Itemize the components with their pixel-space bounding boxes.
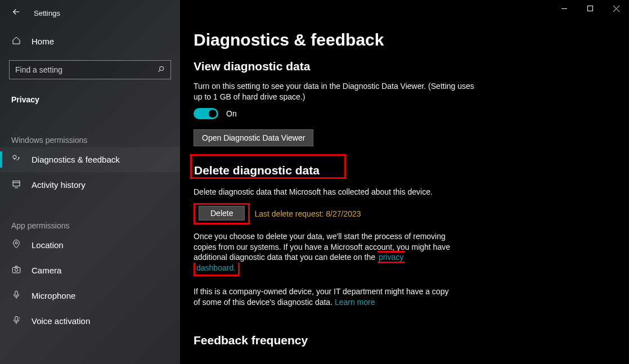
delete-data-description: Delete diagnostic data that Microsoft ha… bbox=[194, 187, 475, 197]
svg-rect-8 bbox=[15, 316, 18, 321]
microphone-icon bbox=[11, 290, 21, 302]
sidebar-item-label: Camera bbox=[32, 266, 61, 275]
camera-icon bbox=[11, 264, 21, 276]
sidebar-item-voice-activation[interactable]: Voice activation bbox=[0, 308, 180, 334]
learn-more-link[interactable]: Learn more bbox=[335, 298, 375, 307]
svg-rect-7 bbox=[15, 291, 18, 295]
maximize-button[interactable] bbox=[577, 0, 603, 17]
minimize-button[interactable] bbox=[551, 0, 577, 17]
sidebar-item-location[interactable]: Location bbox=[0, 232, 180, 258]
view-data-heading: View diagnostic data bbox=[194, 60, 606, 73]
home-icon bbox=[11, 36, 21, 47]
search-input[interactable] bbox=[15, 65, 157, 74]
view-data-toggle-row: On bbox=[194, 108, 606, 119]
page-title: Diagnostics & feedback bbox=[194, 30, 606, 50]
svg-point-0 bbox=[160, 66, 164, 70]
search-icon bbox=[157, 65, 165, 75]
company-device-note: If this is a company-owned device, your … bbox=[194, 286, 452, 308]
sidebar-item-label: Activity history bbox=[32, 180, 86, 190]
view-data-toggle[interactable] bbox=[194, 108, 218, 119]
sidebar-item-label: Diagnostics & feedback bbox=[32, 155, 120, 164]
sidebar-item-diagnostics[interactable]: Diagnostics & feedback bbox=[0, 147, 180, 172]
delete-explainer-text: Once you choose to delete your data, we'… bbox=[194, 232, 450, 262]
svg-point-6 bbox=[15, 268, 17, 271]
sidebar-home[interactable]: Home bbox=[0, 30, 180, 52]
window-title: Settings bbox=[34, 9, 60, 17]
open-diagnostic-viewer-button[interactable]: Open Diagnostic Data Viewer bbox=[194, 129, 313, 146]
last-delete-request: Last delete request: 8/27/2023 bbox=[254, 209, 361, 218]
window-controls bbox=[551, 0, 629, 17]
sidebar-item-label: Microphone bbox=[32, 291, 75, 300]
svg-point-2 bbox=[19, 158, 20, 159]
sidebar-home-label: Home bbox=[32, 37, 54, 46]
feedback-frequency-heading: Feedback frequency bbox=[194, 334, 606, 347]
sidebar-group-header: App permissions bbox=[0, 197, 180, 232]
sidebar-item-camera[interactable]: Camera bbox=[0, 258, 180, 283]
history-icon bbox=[11, 179, 21, 191]
sidebar-category: Privacy bbox=[0, 87, 180, 112]
toggle-state-label: On bbox=[226, 109, 237, 118]
content-area: Diagnostics & feedback View diagnostic d… bbox=[180, 0, 629, 364]
delete-explainer: Once you choose to delete your data, we'… bbox=[194, 231, 458, 277]
highlight-delete-heading: Delete diagnostic data bbox=[190, 154, 346, 179]
titlebar: Settings bbox=[0, 3, 180, 30]
voice-icon bbox=[11, 315, 21, 327]
svg-point-1 bbox=[13, 155, 16, 159]
svg-rect-3 bbox=[13, 181, 20, 186]
delete-button[interactable]: Delete bbox=[199, 206, 245, 221]
svg-point-4 bbox=[15, 242, 17, 244]
sidebar-item-label: Location bbox=[32, 240, 64, 250]
close-button[interactable] bbox=[603, 0, 629, 17]
sidebar: Settings Home Privacy Windows permission… bbox=[0, 0, 180, 364]
sidebar-group-header: Windows permissions bbox=[0, 112, 180, 147]
location-icon bbox=[11, 239, 21, 251]
view-data-description: Turn on this setting to see your data in… bbox=[194, 81, 475, 102]
feedback-icon bbox=[11, 154, 21, 165]
back-button[interactable] bbox=[11, 7, 21, 19]
delete-data-heading: Delete diagnostic data bbox=[194, 164, 320, 177]
search-box[interactable] bbox=[9, 60, 171, 79]
company-note-text: If this is a company-owned device, your … bbox=[194, 287, 448, 307]
sidebar-item-activity-history[interactable]: Activity history bbox=[0, 172, 180, 197]
sidebar-item-label: Voice activation bbox=[32, 316, 90, 326]
highlight-delete-button: Delete bbox=[194, 203, 250, 224]
sidebar-item-microphone[interactable]: Microphone bbox=[0, 283, 180, 308]
